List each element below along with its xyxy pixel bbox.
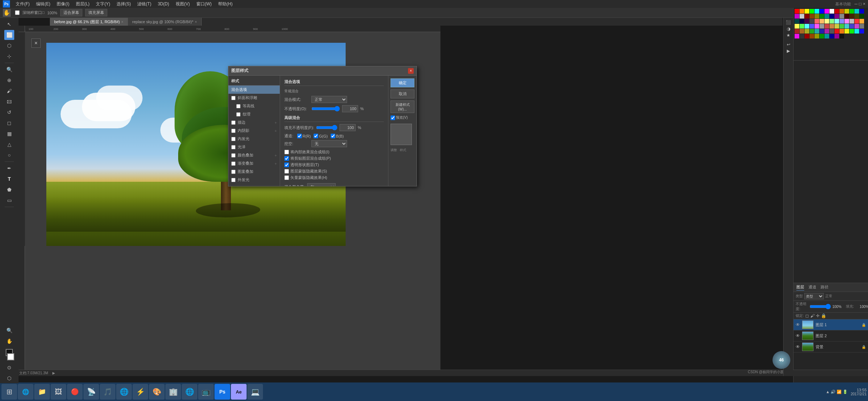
- taskbar-office[interactable]: 🏢: [165, 384, 181, 400]
- menu-3d[interactable]: 3D(D): [155, 1, 172, 7]
- fit-screen-btn[interactable]: 适合屏幕: [60, 9, 82, 16]
- color-swatch[interactable]: [859, 24, 864, 29]
- taskbar-app2[interactable]: 📡: [83, 384, 99, 400]
- layer-item-1[interactable]: 👁 图层 1 🔒: [794, 319, 868, 330]
- knockout-select[interactable]: 无 浅 深: [311, 140, 347, 147]
- tool-crop[interactable]: ⊹: [4, 51, 14, 61]
- channel-b[interactable]: B(B): [331, 134, 344, 138]
- style-contour-check[interactable]: [236, 104, 241, 108]
- blend-mode-select[interactable]: 正常: [311, 96, 347, 103]
- color-swatch[interactable]: [844, 29, 849, 34]
- color-swatch[interactable]: [815, 14, 819, 19]
- minimize-btn[interactable]: ─: [854, 1, 858, 6]
- btn-new-style[interactable]: 新建样式(W)...: [391, 101, 414, 113]
- fill-screen-btn[interactable]: 填充屏幕: [85, 9, 107, 16]
- color-swatch[interactable]: [844, 14, 849, 19]
- status-arrow[interactable]: ▶: [52, 371, 55, 375]
- color-swatch[interactable]: [795, 9, 799, 14]
- color-swatch[interactable]: [810, 34, 814, 38]
- color-swatch[interactable]: [800, 34, 804, 38]
- tool-brush[interactable]: 🖌: [4, 86, 14, 96]
- color-swatch[interactable]: [849, 19, 854, 24]
- color-swatch[interactable]: [820, 24, 824, 29]
- color-swatch[interactable]: [815, 29, 819, 34]
- color-swatch[interactable]: [805, 9, 809, 14]
- color-swatch[interactable]: [854, 29, 859, 34]
- color-swatch[interactable]: [795, 14, 799, 19]
- menu-file[interactable]: 文件(F): [13, 0, 32, 8]
- lock-position[interactable]: ✛: [816, 313, 820, 318]
- tab-replace[interactable]: replace sky.jpg @ 100% (RGB/8#)* ×: [128, 18, 202, 26]
- layer-item-bg[interactable]: 👁 背景 🔒: [794, 341, 868, 353]
- menu-edit[interactable]: 编辑(E): [33, 0, 53, 8]
- taskbar-photos[interactable]: 🖼: [51, 384, 66, 400]
- color-swatch[interactable]: [854, 19, 859, 24]
- style-pattern-overlay-check[interactable]: [231, 170, 236, 174]
- channel-b-check[interactable]: [331, 134, 335, 138]
- style-blend-options[interactable]: 混合选项: [228, 86, 280, 94]
- color-swatch[interactable]: [800, 14, 804, 19]
- taskbar-paint[interactable]: 🎨: [149, 384, 165, 400]
- style-stroke[interactable]: 描边 +: [228, 118, 280, 127]
- tool-select-rect[interactable]: ⬜: [4, 30, 14, 40]
- taskbar-net[interactable]: 🌐: [182, 384, 197, 400]
- right-icon-style[interactable]: ★: [786, 33, 790, 38]
- blend-color-select[interactable]: 灰 R G B: [307, 183, 336, 186]
- color-swatch[interactable]: [815, 24, 819, 29]
- deep-mode-checkbox[interactable]: [15, 10, 20, 15]
- btn-ok[interactable]: 确定: [391, 78, 414, 87]
- color-swatch[interactable]: [830, 19, 834, 24]
- cb-transparent-shape-check[interactable]: [284, 163, 289, 167]
- color-swatch[interactable]: [839, 9, 844, 14]
- lock-transparent[interactable]: ◻: [805, 313, 809, 318]
- style-contour[interactable]: 等高线: [228, 102, 280, 110]
- opacity-slider[interactable]: [311, 106, 340, 112]
- opacity-input[interactable]: [342, 105, 358, 112]
- color-swatch[interactable]: [825, 34, 829, 38]
- fill-opacity-slider[interactable]: [316, 125, 337, 130]
- tab-paths[interactable]: 路径: [821, 284, 828, 291]
- layer-item-2[interactable]: 👁 图层 2: [794, 330, 868, 341]
- background-color[interactable]: [7, 353, 14, 360]
- color-swatch[interactable]: [805, 29, 809, 34]
- maximize-btn[interactable]: □: [859, 1, 862, 6]
- style-pattern-overlay[interactable]: 图案叠加: [228, 168, 280, 176]
- color-swatch[interactable]: [810, 24, 814, 29]
- right-icon-color[interactable]: ⬛: [786, 20, 791, 25]
- tool-move[interactable]: ↖: [4, 19, 14, 29]
- close-btn[interactable]: ×: [863, 1, 866, 6]
- color-swatch[interactable]: [795, 19, 799, 24]
- style-inner-shadow-check[interactable]: [231, 129, 236, 133]
- color-swatch[interactable]: [795, 29, 799, 34]
- color-swatch[interactable]: [859, 29, 864, 34]
- color-swatch[interactable]: [800, 9, 804, 14]
- color-swatch[interactable]: [830, 29, 834, 34]
- btn-cancel[interactable]: 取消: [391, 89, 414, 98]
- tool-icon[interactable]: ✋: [3, 9, 11, 17]
- color-swatch[interactable]: [830, 24, 834, 29]
- color-swatch[interactable]: [825, 14, 829, 19]
- style-gradient-overlay[interactable]: 渐变叠加 +: [228, 159, 280, 168]
- style-inner-glow-check[interactable]: [231, 137, 236, 141]
- right-icon-adjust[interactable]: ◑: [787, 26, 790, 31]
- taskbar-explorer[interactable]: 📁: [34, 384, 50, 400]
- color-swatch[interactable]: [800, 24, 804, 29]
- preview-label[interactable]: 预览(V): [391, 115, 414, 120]
- cb-layer-mask-check[interactable]: [284, 169, 289, 174]
- color-swatch[interactable]: [810, 9, 814, 14]
- color-swatch[interactable]: [835, 34, 839, 38]
- style-satin[interactable]: 光泽: [228, 143, 280, 151]
- color-swatch[interactable]: [820, 29, 824, 34]
- tool-lasso[interactable]: ⬡: [4, 41, 14, 51]
- style-inner-glow[interactable]: 内发光: [228, 135, 280, 143]
- style-stroke-check[interactable]: [231, 120, 236, 125]
- layer-opacity-slider[interactable]: [810, 304, 831, 309]
- color-swatch[interactable]: [849, 9, 854, 14]
- color-swatch[interactable]: [815, 34, 819, 38]
- right-icon-history[interactable]: ↩: [787, 42, 790, 47]
- tool-text[interactable]: T: [4, 174, 14, 184]
- tool-shape[interactable]: ▭: [4, 195, 14, 205]
- color-swatch[interactable]: [815, 9, 819, 14]
- color-swatch[interactable]: [820, 14, 824, 19]
- color-swatch[interactable]: [839, 19, 844, 24]
